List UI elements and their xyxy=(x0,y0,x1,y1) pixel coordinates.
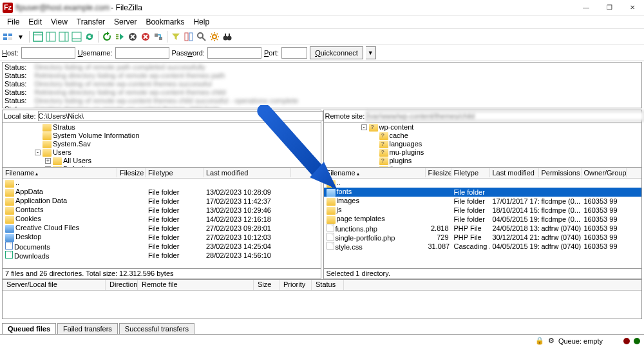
username-input[interactable] xyxy=(115,47,169,59)
list-item[interactable]: single-portfolio.php729PHP File30/12/201… xyxy=(324,233,642,242)
quickconnect-button[interactable]: Quickconnect xyxy=(310,46,363,59)
close-button[interactable]: ✕ xyxy=(621,0,644,15)
menu-file[interactable]: File xyxy=(3,16,24,28)
host-input[interactable] xyxy=(21,47,75,59)
list-item[interactable]: DocumentsFile folder23/02/2023 14:25:04 xyxy=(3,242,321,251)
filter-icon[interactable] xyxy=(170,31,182,43)
refresh-icon[interactable] xyxy=(101,31,113,43)
maximize-button[interactable]: ❐ xyxy=(598,0,621,15)
reconnect-icon[interactable] xyxy=(153,31,164,43)
menu-edit[interactable]: Edit xyxy=(24,16,46,28)
password-input[interactable] xyxy=(207,47,261,59)
toggle-tree-icon[interactable] xyxy=(45,31,57,43)
app-logo: Fz xyxy=(3,3,13,13)
svg-rect-14 xyxy=(155,34,158,37)
tree-item[interactable]: -wp-content xyxy=(325,123,641,132)
tab-queued-files[interactable]: Queued files xyxy=(2,323,56,334)
collapse-icon[interactable]: - xyxy=(35,150,41,155)
remote-path-input[interactable] xyxy=(366,111,644,121)
folder-icon xyxy=(5,234,14,242)
download-icon xyxy=(5,251,13,259)
document-icon xyxy=(5,242,13,250)
list-item[interactable]: fontsFile folder xyxy=(324,188,642,197)
menu-help[interactable]: Help xyxy=(189,16,214,28)
sync-icon[interactable] xyxy=(84,31,95,43)
remote-list-header[interactable]: Filename▴ Filesize Filetype Last modifie… xyxy=(324,168,642,179)
remote-tree[interactable]: -wp-contentcachelanguagesmu-pluginsplugi… xyxy=(324,123,642,168)
list-item[interactable]: functions.php2.818PHP File24/05/2018 13:… xyxy=(324,224,642,233)
list-item[interactable]: ContactsFile folder13/02/2023 10:29:46 xyxy=(3,206,321,215)
window-title: - FileZilla xyxy=(109,3,574,12)
cancel-icon[interactable] xyxy=(127,31,138,43)
tab-failed-transfers[interactable]: Failed transfers xyxy=(57,323,118,334)
local-list-header[interactable]: Filename▴ Filesize Filetype Last modifie… xyxy=(3,168,321,179)
quickconnect-dropdown[interactable]: ▼ xyxy=(366,46,376,59)
folder-icon xyxy=(327,198,336,206)
process-queue-icon[interactable] xyxy=(114,31,126,43)
folder-icon xyxy=(43,124,52,132)
tree-item[interactable]: cache xyxy=(325,132,641,140)
list-item[interactable]: imagesFile folder17/01/2017 17:...flcdmp… xyxy=(324,197,642,206)
toggle-remote-tree-icon[interactable] xyxy=(58,31,70,43)
port-input[interactable] xyxy=(281,47,307,59)
tree-item[interactable]: System.Sav xyxy=(4,140,319,148)
list-item[interactable]: DesktopFile folder27/02/2023 10:12:03 xyxy=(3,233,321,242)
local-site-label: Local site: xyxy=(4,112,36,120)
list-item[interactable]: DownloadsFile folder28/02/2023 14:56:10 xyxy=(3,251,321,260)
dropdown-icon[interactable]: ▾ xyxy=(15,31,26,43)
local-tree[interactable]: StratusSystem Volume InformationSystem.S… xyxy=(3,123,321,168)
transfer-queue[interactable]: Server/Local file Direction Remote file … xyxy=(2,279,642,319)
list-item[interactable]: .. xyxy=(324,179,642,188)
menu-bookmarks[interactable]: Bookmarks xyxy=(141,16,189,28)
menu-transfer[interactable]: Transfer xyxy=(72,16,109,28)
local-file-list[interactable]: ..AppDataFile folder13/02/2023 10:28:09A… xyxy=(3,179,321,260)
svg-rect-6 xyxy=(46,32,55,41)
toggle-queue-icon[interactable] xyxy=(71,31,82,43)
svg-rect-16 xyxy=(185,33,188,41)
list-item[interactable]: Application DataFile folder17/02/2023 11… xyxy=(3,197,321,206)
remote-file-list[interactable]: ..fontsFile folderimagesFile folder17/01… xyxy=(324,179,642,251)
disconnect-icon[interactable] xyxy=(140,31,151,43)
tree-item-label: System.Sav xyxy=(53,140,91,148)
menu-server[interactable]: Server xyxy=(109,16,141,28)
list-item[interactable]: page templatesFile folder04/05/2015 19:.… xyxy=(324,215,642,224)
collapse-icon[interactable]: - xyxy=(361,124,367,130)
tree-item[interactable]: mu-plugins xyxy=(325,148,641,157)
tree-item[interactable]: System Volume Information xyxy=(4,132,319,140)
file-icon xyxy=(327,233,334,240)
remote-site-label: Remote site: xyxy=(325,112,365,120)
sort-asc-icon: ▴ xyxy=(357,171,359,177)
list-item[interactable]: style.css31.087Cascading ...04/05/2015 1… xyxy=(324,242,642,251)
list-item[interactable]: jsFile folder18/10/2014 15:...flcdmpe (0… xyxy=(324,206,642,215)
tree-item[interactable]: Stratus xyxy=(4,123,319,132)
settings-icon[interactable] xyxy=(209,31,220,43)
tree-item[interactable]: +All Users xyxy=(4,157,319,165)
binoculars-icon[interactable] xyxy=(222,31,233,43)
sitemanager-icon[interactable] xyxy=(2,31,14,43)
list-item[interactable]: CookiesFile folder14/02/2023 12:16:18 xyxy=(3,215,321,224)
host-label: Host: xyxy=(2,49,19,57)
svg-rect-2 xyxy=(3,37,7,40)
gear-icon[interactable]: ⚙ xyxy=(548,337,554,345)
list-item[interactable]: Creative Cloud FilesFile folder27/02/202… xyxy=(3,224,321,233)
minimize-button[interactable]: — xyxy=(574,0,598,15)
folder-icon xyxy=(379,141,388,148)
message-log[interactable]: Status: Directory listing of remote path… xyxy=(2,62,642,108)
tree-item[interactable]: languages xyxy=(325,140,641,148)
tree-item[interactable]: plugins xyxy=(325,157,641,165)
svg-rect-23 xyxy=(225,34,226,37)
queue-header[interactable]: Server/Local file Direction Remote file … xyxy=(3,280,641,291)
compare-icon[interactable] xyxy=(183,31,194,43)
list-item[interactable]: AppDataFile folder13/02/2023 10:28:09 xyxy=(3,188,321,197)
svg-rect-10 xyxy=(72,32,81,41)
search-icon[interactable] xyxy=(196,31,207,43)
menu-view[interactable]: View xyxy=(46,16,72,28)
sort-asc-icon: ▴ xyxy=(35,171,38,177)
tree-item[interactable]: -Users xyxy=(4,148,319,157)
tab-successful-transfers[interactable]: Successful transfers xyxy=(119,323,194,334)
local-path-input[interactable] xyxy=(38,111,323,121)
toggle-log-icon[interactable] xyxy=(32,31,44,43)
list-item[interactable]: .. xyxy=(3,179,321,188)
parent-folder-icon xyxy=(5,180,14,188)
expand-icon[interactable]: + xyxy=(45,158,51,164)
